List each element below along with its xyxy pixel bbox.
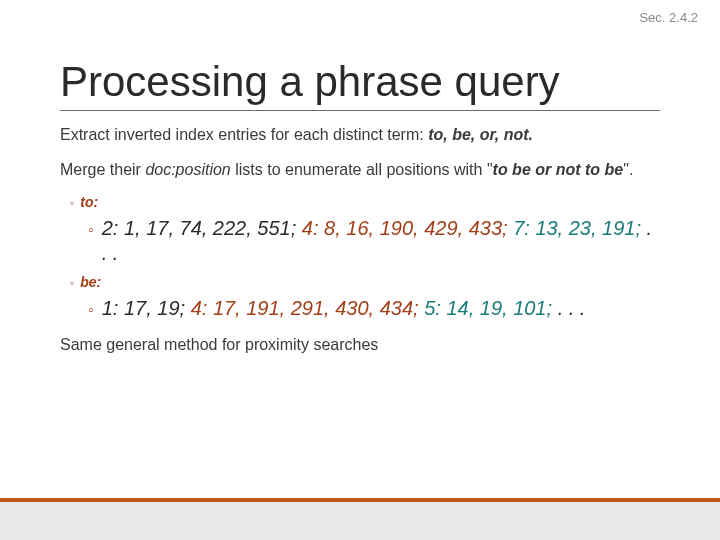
to-seg1: 2: 1, 17, 74, 222, 551; xyxy=(102,217,297,239)
title-rule xyxy=(60,110,660,111)
bullet-to-label: ◦ to: xyxy=(70,194,660,210)
bullet-dot-icon: ◦ xyxy=(88,300,94,320)
paragraph-closing: Same general method for proximity search… xyxy=(60,335,660,355)
to-seg2: 4: 8, 16, 190, 429, 433; xyxy=(302,217,508,239)
para2-tail: ". xyxy=(623,161,633,178)
bullet-be-data: ◦ 1: 17, 19; 4: 17, 191, 291, 430, 434; … xyxy=(88,296,660,321)
para1-terms: to, be, or, not. xyxy=(428,126,533,143)
bullet-dot-icon: ◦ xyxy=(70,196,74,210)
to-postings: 2: 1, 17, 74, 222, 551; 4: 8, 16, 190, 4… xyxy=(102,216,660,266)
be-postings: 1: 17, 19; 4: 17, 191, 291, 430, 434; 5:… xyxy=(102,296,586,321)
para2-phrase: to be or not to be xyxy=(493,161,624,178)
be-label: be: xyxy=(80,274,101,290)
slide: Sec. 2.4.2 Processing a phrase query Ext… xyxy=(0,0,720,540)
bullet-to-data: ◦ 2: 1, 17, 74, 222, 551; 4: 8, 16, 190,… xyxy=(88,216,660,266)
be-seg3: 5: 14, 19, 101; xyxy=(424,297,552,319)
paragraph-merge: Merge their doc:position lists to enumer… xyxy=(60,160,660,180)
to-seg3: 7: 13, 23, 191; xyxy=(513,217,641,239)
page-title: Processing a phrase query xyxy=(60,60,660,104)
para2-mid: lists to enumerate all positions with " xyxy=(231,161,493,178)
bullet-dot-icon: ◦ xyxy=(88,220,94,240)
bullet-be-label: ◦ be: xyxy=(70,274,660,290)
be-ellipsis: . . . xyxy=(558,297,586,319)
para1-lead: Extract inverted index entries for each … xyxy=(60,126,428,143)
to-label: to: xyxy=(80,194,98,210)
paragraph-extract: Extract inverted index entries for each … xyxy=(60,125,660,145)
bullet-dot-icon: ◦ xyxy=(70,276,74,290)
para2-em: doc:position xyxy=(145,161,230,178)
section-label: Sec. 2.4.2 xyxy=(639,10,698,25)
be-seg2: 4: 17, 191, 291, 430, 434; xyxy=(191,297,419,319)
para2-lead: Merge their xyxy=(60,161,145,178)
footer-bar xyxy=(0,498,720,540)
be-seg1: 1: 17, 19; xyxy=(102,297,185,319)
